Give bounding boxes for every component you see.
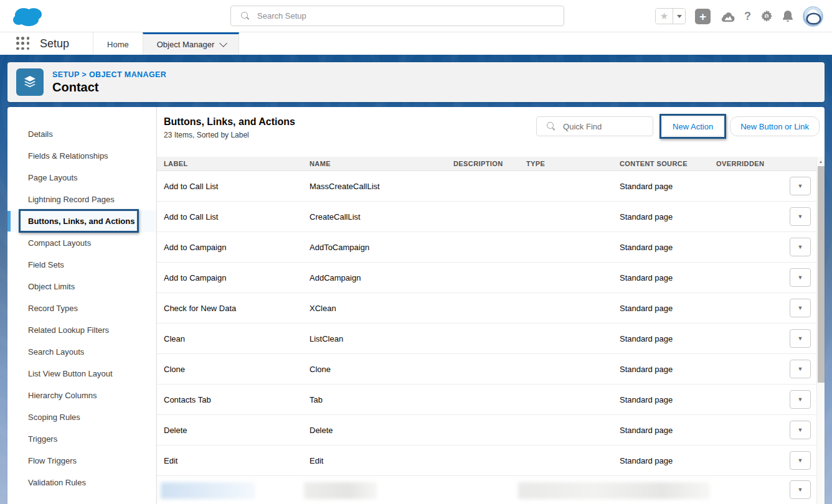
sidebar-item-fields-relationships[interactable]: Fields & Relationships [7, 145, 156, 167]
guidance-cloud-icon[interactable] [720, 11, 735, 22]
table-row[interactable]: Check for New DataXCleanStandard page▼ [157, 293, 816, 324]
breadcrumb-card: SETUP > OBJECT MANAGER Contact [7, 62, 825, 102]
cell-name: XClean [310, 304, 453, 313]
sidebar-item-page-layouts[interactable]: Page Layouts [7, 167, 156, 189]
global-search-input[interactable] [257, 11, 564, 21]
sidebar-item-compact-layouts[interactable]: Compact Layouts [7, 232, 156, 254]
sidebar-item-field-sets[interactable]: Field Sets [7, 254, 156, 276]
quick-find-input[interactable] [563, 122, 673, 131]
cell-label: Add to Call List [164, 212, 310, 222]
tab-home[interactable]: Home [93, 32, 143, 55]
sidebar-item-details[interactable]: Details [7, 123, 156, 145]
row-actions-dropdown[interactable]: ▼ [790, 480, 811, 499]
page-background: SETUP > OBJECT MANAGER Contact DetailsFi… [0, 55, 832, 504]
sidebar-item-label: Triggers [28, 434, 57, 444]
favorites-star-icon[interactable]: ★ [656, 9, 673, 24]
cell-name: Delete [310, 426, 453, 435]
row-actions-dropdown[interactable]: ▼ [790, 299, 811, 317]
setup-nav-bar: Setup Home Object Manager [0, 32, 832, 55]
column-header-label: LABEL [164, 160, 310, 167]
notifications-bell-icon[interactable] [782, 10, 793, 22]
cell-name: Edit [310, 456, 453, 465]
cell-content-source: Standard page [620, 395, 716, 404]
vertical-scrollbar[interactable]: ▲ [816, 157, 825, 504]
table-row[interactable]: Add to Call ListMassCreateCallListStanda… [157, 171, 816, 202]
sidebar-item-buttons-links-and-actions[interactable]: Buttons, Links, and Actions [7, 210, 156, 232]
cell-label: Edit [164, 456, 310, 465]
table-row[interactable]: EditEditStandard page▼ [157, 446, 816, 476]
page-title: Contact [52, 80, 166, 95]
section-title: Buttons, Links, and Actions [164, 116, 295, 128]
table-row[interactable]: CloneCloneStandard page▼ [157, 354, 816, 385]
sidebar-item-record-types[interactable]: Record Types [7, 297, 156, 319]
cell-content-source: Standard page [620, 273, 716, 282]
scrollbar-thumb[interactable] [818, 166, 825, 383]
sidebar-item-label: Page Layouts [28, 173, 78, 182]
sidebar-item-related-lookup-filters[interactable]: Related Lookup Filters [7, 319, 156, 341]
sidebar-item-hierarchy-columns[interactable]: Hierarchy Columns [7, 385, 156, 406]
row-actions-dropdown[interactable]: ▼ [790, 329, 811, 348]
nav-tabs: Home Object Manager [93, 32, 239, 55]
add-icon[interactable]: + [695, 9, 711, 24]
sidebar-item-scoping-rules[interactable]: Scoping Rules [7, 406, 156, 428]
new-action-button[interactable]: New Action [662, 116, 724, 136]
row-actions-dropdown[interactable]: ▼ [790, 177, 811, 195]
search-icon [547, 122, 555, 131]
setup-gear-icon[interactable]: $ [760, 10, 773, 22]
scroll-up-icon[interactable]: ▲ [817, 157, 825, 166]
tab-object-manager[interactable]: Object Manager [143, 32, 240, 55]
sidebar-item-triggers[interactable]: Triggers [7, 428, 156, 450]
favorites-group: ★ [655, 8, 686, 24]
breadcrumb[interactable]: SETUP > OBJECT MANAGER [52, 70, 166, 79]
row-actions-dropdown[interactable]: ▼ [790, 360, 811, 378]
sidebar-item-object-limits[interactable]: Object Limits [7, 276, 156, 297]
row-actions-dropdown[interactable]: ▼ [790, 238, 811, 256]
cell-name: Clone [310, 365, 453, 374]
svg-text:$: $ [765, 14, 768, 19]
header-icons: ★ + ? $ [655, 0, 823, 32]
cell-content-source: Standard page [620, 212, 716, 222]
sidebar-item-label: Fields & Relationships [28, 151, 108, 161]
table-row[interactable]: Add to CampaignAddCampaignStandard page▼ [157, 263, 816, 293]
table-row[interactable]: DeleteDeleteStandard page▼ [157, 415, 816, 446]
new-button-or-link-button[interactable]: New Button or Link [730, 116, 820, 136]
cell-name: MassCreateCallList [310, 182, 453, 191]
sidebar-item-validation-rules[interactable]: Validation Rules [7, 472, 156, 493]
sidebar-item-label: Hierarchy Columns [28, 391, 97, 400]
cell-label: Contacts Tab [164, 395, 310, 404]
row-actions-dropdown[interactable]: ▼ [790, 451, 811, 470]
table-row-redacted[interactable]: ▼ [157, 476, 816, 503]
table-row[interactable]: CleanListCleanStandard page▼ [157, 324, 816, 354]
row-actions-dropdown[interactable]: ▼ [790, 207, 811, 226]
row-actions-dropdown[interactable]: ▼ [790, 268, 811, 287]
sidebar-item-label: Buttons, Links, and Actions [28, 217, 135, 226]
content-header: Buttons, Links, and Actions 23 Items, So… [157, 107, 825, 157]
cell-content-source: Standard page [620, 456, 716, 465]
table-row[interactable]: Contacts TabTabStandard page▼ [157, 385, 816, 415]
sidebar-item-flow-triggers[interactable]: Flow Triggers [7, 450, 156, 472]
column-header-type: TYPE [526, 160, 620, 167]
row-actions-dropdown[interactable]: ▼ [790, 390, 811, 409]
redacted-text [304, 482, 377, 499]
avatar[interactable] [803, 6, 823, 27]
help-icon[interactable]: ? [744, 10, 751, 23]
cell-name: AddToCampaign [310, 243, 453, 252]
row-actions-dropdown[interactable]: ▼ [790, 421, 811, 439]
table-header: LABELNAMEDESCRIPTIONTYPECONTENT SOURCEOV… [157, 157, 816, 171]
app-launcher-icon[interactable] [16, 37, 30, 50]
sidebar-item-label: Related Lookup Filters [28, 325, 109, 335]
cell-label: Check for New Data [164, 304, 310, 313]
redacted-text [518, 482, 710, 499]
table-row[interactable]: Add to CampaignAddToCampaignStandard pag… [157, 232, 816, 263]
sidebar-item-label: Details [28, 129, 53, 139]
sidebar-item-list-view-button-layout[interactable]: List View Button Layout [7, 363, 156, 385]
favorites-caret-icon[interactable] [673, 9, 685, 24]
sidebar-item-lightning-record-pages[interactable]: Lightning Record Pages [7, 189, 156, 210]
sidebar-item-label: Record Types [28, 304, 78, 313]
table-row[interactable]: Add to Call ListCreateCallListStandard p… [157, 202, 816, 232]
cell-name: ListClean [310, 334, 453, 343]
cell-content-source: Standard page [620, 365, 716, 374]
cell-label: Add to Campaign [164, 243, 310, 252]
cell-content-source: Standard page [620, 334, 716, 343]
sidebar-item-search-layouts[interactable]: Search Layouts [7, 341, 156, 363]
